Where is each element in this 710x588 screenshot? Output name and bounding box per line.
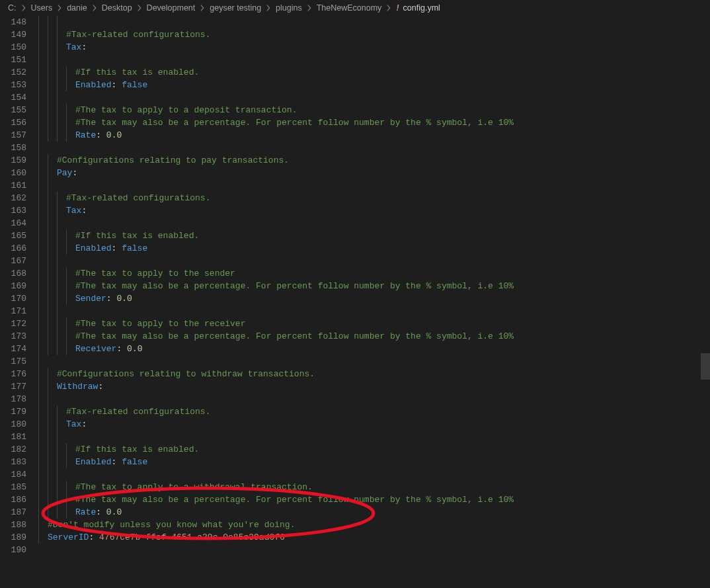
- code-line[interactable]: #The tax may also be a percentage. For p…: [38, 493, 710, 506]
- indent-guide: [57, 267, 58, 280]
- code-line[interactable]: [38, 217, 710, 230]
- breadcrumb-segment[interactable]: danie: [67, 3, 87, 13]
- indent-guide: [57, 493, 58, 506]
- indent-guide: [48, 104, 48, 116]
- code-line[interactable]: [38, 393, 710, 405]
- line-number: 172: [0, 317, 26, 330]
- code-line[interactable]: #If this tax is enabled.: [38, 443, 710, 456]
- code-line[interactable]: [38, 91, 710, 104]
- line-number: 162: [0, 192, 26, 204]
- indent-guide: [66, 66, 67, 79]
- indent-guide: [48, 481, 48, 493]
- line-number: 171: [0, 305, 26, 317]
- code-line[interactable]: #Tax-related configurations.: [38, 192, 710, 204]
- indent-guide: [48, 280, 48, 292]
- token-sep: :: [96, 506, 106, 519]
- code-line[interactable]: [38, 544, 710, 556]
- indent-guide: [66, 116, 67, 129]
- token-comment: #The tax to apply to a withdrawal transa…: [75, 481, 313, 493]
- code-line[interactable]: ServerID: 4767ce7b-ffef-4651-a29c-0e85c3…: [38, 531, 710, 544]
- code-line[interactable]: #Tax-related configurations.: [38, 28, 710, 41]
- code-line[interactable]: #The tax may also be a percentage. For p…: [38, 280, 710, 292]
- vertical-scrollbar[interactable]: [701, 16, 710, 588]
- indent-guide: [57, 343, 58, 355]
- scrollbar-thumb[interactable]: [701, 353, 710, 380]
- breadcrumb-filename[interactable]: config.yml: [403, 3, 440, 13]
- indent-guide: [38, 129, 39, 142]
- code-line[interactable]: #The tax to apply to a deposit transacti…: [38, 104, 710, 116]
- indent-guide: [38, 380, 39, 393]
- code-line[interactable]: Receiver: 0.0: [38, 343, 710, 355]
- code-line[interactable]: #The tax may also be a percentage. For p…: [38, 330, 710, 343]
- chevron-right-icon: [90, 3, 99, 13]
- breadcrumb-segment[interactable]: Users: [31, 3, 53, 13]
- indent-guide: [57, 204, 58, 217]
- code-line[interactable]: #If this tax is enabled.: [38, 230, 710, 242]
- code-line[interactable]: [38, 16, 710, 28]
- line-number: 169: [0, 280, 26, 292]
- code-line[interactable]: #The tax to apply to the receiver: [38, 317, 710, 330]
- breadcrumb[interactable]: C:UsersdanieDesktopDevelopmentgeyser tes…: [0, 0, 710, 16]
- code-line[interactable]: [38, 305, 710, 317]
- indent-guide: [38, 192, 39, 204]
- indent-guide: [48, 330, 48, 343]
- indent-guide: [57, 317, 58, 330]
- code-line[interactable]: [38, 468, 710, 481]
- breadcrumb-segment[interactable]: Development: [147, 3, 196, 13]
- code-line[interactable]: [38, 54, 710, 66]
- token-comment: #Tax-related configurations.: [66, 405, 210, 418]
- code-line[interactable]: Tax:: [38, 204, 710, 217]
- indent-guide: [57, 192, 58, 204]
- code-content[interactable]: #Tax-related configurations.Tax:#If this…: [38, 16, 710, 588]
- code-line[interactable]: [38, 255, 710, 267]
- indent-guide: [48, 418, 48, 431]
- code-line[interactable]: Withdraw:: [38, 380, 710, 393]
- token-comment: #Tax-related configurations.: [66, 28, 210, 41]
- indent-guide: [38, 368, 39, 380]
- indent-guide: [38, 167, 39, 179]
- code-line[interactable]: #Tax-related configurations.: [38, 405, 710, 418]
- code-editor[interactable]: 1481491501511521531541551561571581591601…: [0, 16, 710, 588]
- token-key: Enabled: [75, 79, 112, 91]
- breadcrumb-segment[interactable]: Desktop: [102, 3, 132, 13]
- indent-guide: [57, 468, 58, 481]
- code-line[interactable]: Enabled: false: [38, 456, 710, 468]
- code-line[interactable]: Pay:: [38, 167, 710, 179]
- indent-guide: [48, 242, 48, 255]
- breadcrumb-segment[interactable]: plugins: [276, 3, 302, 13]
- code-line[interactable]: #Configurations relating to withdraw tra…: [38, 368, 710, 380]
- breadcrumb-segment[interactable]: TheNewEconomy: [317, 3, 382, 13]
- code-line[interactable]: #Don't modify unless you know what you'r…: [38, 519, 710, 531]
- code-line[interactable]: #The tax to apply to a withdrawal transa…: [38, 481, 710, 493]
- code-line[interactable]: #If this tax is enabled.: [38, 66, 710, 79]
- code-line[interactable]: #Configurations relating to pay transact…: [38, 154, 710, 167]
- code-line[interactable]: Rate: 0.0: [38, 506, 710, 519]
- code-line[interactable]: Enabled: false: [38, 242, 710, 255]
- code-line[interactable]: Enabled: false: [38, 79, 710, 91]
- indent-guide: [48, 317, 48, 330]
- breadcrumb-segment[interactable]: geyser testing: [210, 3, 261, 13]
- indent-guide: [48, 305, 48, 317]
- indent-guide: [57, 330, 58, 343]
- code-line[interactable]: [38, 179, 710, 192]
- indent-guide: [38, 16, 39, 28]
- indent-guide: [38, 142, 39, 154]
- token-sep: :: [96, 129, 106, 142]
- indent-guide: [38, 292, 39, 305]
- code-line[interactable]: #The tax may also be a percentage. For p…: [38, 116, 710, 129]
- code-line[interactable]: Tax:: [38, 41, 710, 54]
- indent-guide: [66, 456, 67, 468]
- code-line[interactable]: [38, 431, 710, 443]
- indent-guide: [48, 393, 48, 405]
- code-line[interactable]: Sender: 0.0: [38, 292, 710, 305]
- code-line[interactable]: #The tax to apply to the sender: [38, 267, 710, 280]
- indent-guide: [48, 343, 48, 355]
- indent-guide: [38, 91, 39, 104]
- line-number: 156: [0, 116, 26, 129]
- breadcrumb-segment[interactable]: C:: [8, 3, 17, 13]
- code-line[interactable]: [38, 355, 710, 368]
- code-line[interactable]: [38, 142, 710, 154]
- code-line[interactable]: Tax:: [38, 418, 710, 431]
- code-line[interactable]: Rate: 0.0: [38, 129, 710, 142]
- indent-guide: [38, 116, 39, 129]
